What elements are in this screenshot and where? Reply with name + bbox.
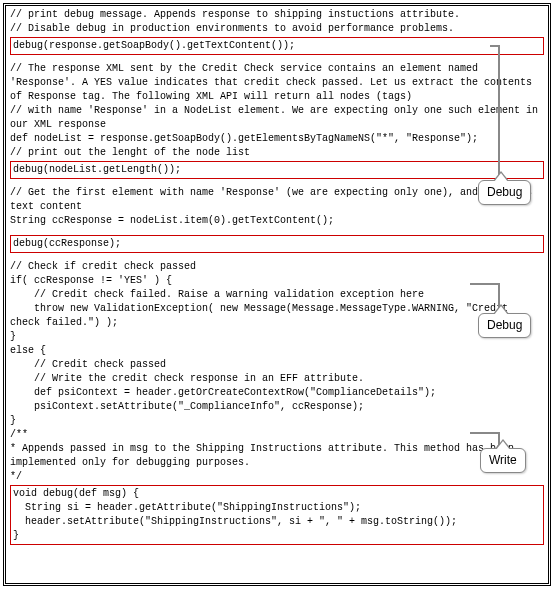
debug-call-1: debug(response.getSoapBody().getTextCont…: [10, 37, 544, 55]
callout-tail-icon: [493, 171, 509, 181]
comment-line: // Check if credit check passed: [10, 260, 544, 274]
callout-tail-icon: [495, 439, 511, 449]
connector-line: [490, 45, 500, 47]
comment-line: // Write the credit check response in an…: [10, 372, 544, 386]
code-line: }: [13, 529, 541, 543]
code-line: psiContext.setAttribute("_ComplianceInfo…: [10, 400, 544, 414]
code-line: if( ccResponse != 'YES' ) {: [10, 274, 544, 288]
comment-line: // print debug message. Appends response…: [10, 8, 544, 22]
code-line: void debug(def msg) {: [13, 487, 541, 501]
code-line: throw new ValidationException( new Messa…: [10, 302, 544, 330]
comment-line: // print out the lenght of the node list: [10, 146, 544, 160]
code-line: }: [10, 330, 544, 344]
comment-line: // Get the first element with name 'Resp…: [10, 186, 544, 214]
comment-line: /**: [10, 428, 544, 442]
comment-line: // Credit check passed: [10, 358, 544, 372]
code-line: def psiContext = header.getOrCreateConte…: [10, 386, 544, 400]
code-line: String si = header.getAttribute("Shippin…: [13, 501, 541, 515]
debug-call-3: debug(ccResponse);: [10, 235, 544, 253]
callout-label: Write: [489, 453, 517, 467]
callout-debug-2: Debug: [478, 313, 531, 338]
code-line: header.setAttribute("ShippingInstruction…: [13, 515, 541, 529]
callout-label: Debug: [487, 185, 522, 199]
debug-call-2: debug(nodeList.getLength());: [10, 161, 544, 179]
callout-write: Write: [480, 448, 526, 473]
connector-line: [470, 432, 500, 434]
code-line: }: [10, 414, 544, 428]
comment-line: // The response XML sent by the Credit C…: [10, 62, 544, 104]
code-line: def nodeList = response.getSoapBody().ge…: [10, 132, 544, 146]
debug-method: void debug(def msg) { String si = header…: [10, 485, 544, 545]
connector-line: [470, 283, 500, 285]
callout-tail-icon: [493, 304, 509, 314]
comment-line: // with name 'Response' in a NodeList el…: [10, 104, 544, 132]
code-line: else {: [10, 344, 544, 358]
comment-line: // Disable debug in production environme…: [10, 22, 544, 36]
comment-line: // Credit check failed. Raise a warning …: [10, 288, 544, 302]
code-container: // print debug message. Appends response…: [3, 3, 551, 586]
callout-label: Debug: [487, 318, 522, 332]
comment-line: */: [10, 470, 544, 484]
connector-line: [498, 45, 500, 182]
callout-debug-1: Debug: [478, 180, 531, 205]
code-line: String ccResponse = nodeList.item(0).get…: [10, 214, 544, 228]
comment-line: * Appends passed in msg to the Shipping …: [10, 442, 544, 470]
